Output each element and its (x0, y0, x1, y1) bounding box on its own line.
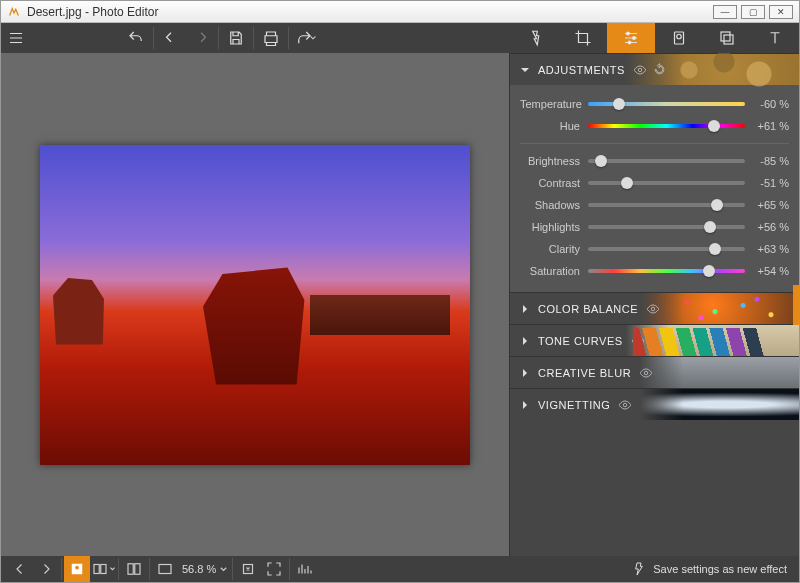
section-tone-curves-label: TONE CURVES (538, 335, 623, 347)
compare-view-button[interactable] (90, 556, 116, 582)
share-button[interactable] (291, 23, 321, 53)
slider-highlights: Highlights +56 % (520, 216, 789, 238)
visibility-icon[interactable] (631, 334, 645, 348)
side-tabs (511, 23, 799, 53)
print-button[interactable] (256, 23, 286, 53)
fit-screen-button[interactable] (152, 556, 178, 582)
save-effect-button[interactable]: Save settings as new effect (625, 561, 793, 577)
slider-hue-track[interactable] (588, 124, 745, 128)
tab-crop[interactable] (559, 23, 607, 53)
svg-point-10 (644, 371, 648, 375)
menu-button[interactable] (1, 23, 31, 53)
canvas-area[interactable] (1, 53, 509, 556)
split-view-button[interactable] (121, 556, 147, 582)
svg-point-9 (636, 339, 640, 343)
chevron-right-icon (520, 400, 530, 410)
tab-overlays[interactable] (703, 23, 751, 53)
visibility-icon[interactable] (639, 366, 653, 380)
svg-rect-18 (159, 565, 171, 574)
tab-text[interactable] (751, 23, 799, 53)
image-preview (40, 145, 470, 465)
visibility-icon[interactable] (646, 302, 660, 316)
slider-saturation: Saturation +54 % (520, 260, 789, 282)
section-adjustments-header[interactable]: ADJUSTMENTS (510, 53, 799, 85)
svg-rect-5 (721, 32, 730, 41)
zoom-dropdown[interactable] (216, 556, 230, 582)
svg-point-0 (627, 32, 630, 35)
svg-point-4 (677, 34, 682, 39)
slider-contrast-track[interactable] (588, 181, 745, 185)
svg-rect-15 (100, 565, 105, 574)
minimize-button[interactable]: — (713, 5, 737, 19)
fullscreen-button[interactable] (261, 556, 287, 582)
single-view-button[interactable] (64, 556, 90, 582)
app-logo-icon (7, 5, 21, 19)
chevron-down-icon (520, 65, 530, 75)
section-color-balance-header[interactable]: COLOR BALANCE (510, 292, 799, 324)
svg-rect-16 (128, 564, 133, 575)
svg-rect-14 (94, 565, 99, 574)
slider-clarity-track[interactable] (588, 247, 745, 251)
section-tone-curves-header[interactable]: TONE CURVES (510, 324, 799, 356)
slider-brightness: Brightness -85 % (520, 150, 789, 172)
visibility-icon[interactable] (633, 63, 647, 77)
zoom-value: 56.8 % (182, 563, 216, 575)
slider-brightness-track[interactable] (588, 159, 745, 163)
chevron-right-icon (520, 304, 530, 314)
visibility-icon[interactable] (618, 398, 632, 412)
svg-point-13 (75, 566, 79, 570)
svg-point-2 (628, 41, 631, 44)
section-vignetting-header[interactable]: VIGNETTING (510, 388, 799, 420)
slider-saturation-track[interactable] (588, 269, 745, 273)
tab-adjust[interactable] (607, 23, 655, 53)
section-vignetting-label: VIGNETTING (538, 399, 610, 411)
bottom-toolbar: 56.8 % Save settings as new effect (1, 556, 799, 582)
slider-shadows-track[interactable] (588, 203, 745, 207)
undo-button[interactable] (121, 23, 151, 53)
slider-temperature-track[interactable] (588, 102, 745, 106)
section-creative-blur-header[interactable]: CREATIVE BLUR (510, 356, 799, 388)
tab-retouch[interactable] (655, 23, 703, 53)
svg-rect-17 (135, 564, 140, 575)
undo-step-button[interactable] (156, 23, 186, 53)
redo-step-button[interactable] (186, 23, 216, 53)
side-collapse-handle[interactable] (793, 285, 799, 325)
side-panel: ADJUSTMENTS Temperature -60 % Hue (509, 53, 799, 556)
slider-highlights-track[interactable] (588, 225, 745, 229)
top-toolbar (1, 23, 799, 53)
save-effect-label: Save settings as new effect (653, 563, 787, 575)
histogram-button[interactable] (292, 556, 318, 582)
slider-shadows: Shadows +65 % (520, 194, 789, 216)
section-color-balance-label: COLOR BALANCE (538, 303, 638, 315)
close-button[interactable]: ✕ (769, 5, 793, 19)
slider-hue: Hue +61 % (520, 115, 789, 137)
maximize-button[interactable]: ▢ (741, 5, 765, 19)
actual-size-button[interactable] (235, 556, 261, 582)
svg-point-11 (623, 403, 627, 407)
section-creative-blur-label: CREATIVE BLUR (538, 367, 631, 379)
slider-temperature: Temperature -60 % (520, 93, 789, 115)
tab-effects[interactable] (511, 23, 559, 53)
svg-rect-6 (724, 35, 733, 44)
app-window: Desert.jpg - Photo Editor — ▢ ✕ (0, 0, 800, 583)
save-button[interactable] (221, 23, 251, 53)
section-adjustments-label: ADJUSTMENTS (538, 64, 625, 76)
next-image-button[interactable] (33, 556, 59, 582)
prev-image-button[interactable] (7, 556, 33, 582)
titlebar: Desert.jpg - Photo Editor — ▢ ✕ (1, 1, 799, 23)
adjustments-panel: Temperature -60 % Hue +61 % Brightness (510, 85, 799, 292)
reset-icon[interactable] (653, 63, 666, 76)
slider-clarity: Clarity +63 % (520, 238, 789, 260)
svg-point-8 (651, 307, 655, 311)
svg-point-7 (638, 68, 642, 72)
svg-point-1 (633, 37, 636, 40)
chevron-right-icon (520, 368, 530, 378)
chevron-right-icon (520, 336, 530, 346)
window-title: Desert.jpg - Photo Editor (27, 5, 158, 19)
slider-contrast: Contrast -51 % (520, 172, 789, 194)
